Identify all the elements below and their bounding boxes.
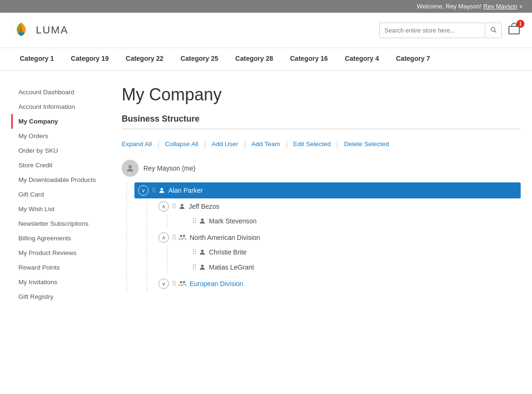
sidebar-link[interactable]: Gift Card (11, 187, 110, 202)
christie-brite-name: Christie Brite (209, 248, 247, 256)
sidebar-link[interactable]: Billing Agreements (11, 231, 110, 246)
mark-stevenson-name: Mark Stevenson (209, 217, 257, 225)
jeff-bezos-drag[interactable]: ⠿ (172, 203, 175, 210)
jeff-bezos-toggle[interactable]: ∧ (158, 201, 169, 212)
sidebar-item: My Invitations (11, 275, 110, 289)
svg-point-12 (180, 281, 183, 284)
nav-item: Category 1 (11, 48, 62, 70)
header-right: 1 (379, 23, 521, 38)
nav-link[interactable]: Category 4 (336, 48, 387, 70)
svg-point-4 (129, 165, 132, 168)
toolbar-sep-2: | (203, 140, 207, 148)
svg-point-11 (201, 265, 203, 267)
main-nav: Category 1Category 19Category 22Category… (0, 48, 532, 71)
user-silhouette-icon (125, 164, 135, 173)
toolbar-sep-5: | (335, 140, 339, 148)
edit-selected-button[interactable]: Edit Selected (289, 138, 336, 150)
username-link[interactable]: Rey Mayson (483, 3, 517, 10)
level-1-children: ∨ ⠿ Alan Parker ∧ (126, 182, 521, 292)
sidebar-item: Gift Registry (11, 289, 110, 304)
north-american-drag[interactable]: ⠿ (172, 234, 175, 241)
svg-point-7 (201, 219, 203, 221)
svg-point-13 (183, 281, 185, 284)
sidebar-link[interactable]: Order by SKU (11, 143, 110, 158)
matias-legrant-row[interactable]: ⠿ Matias LeGrant (175, 261, 521, 274)
sidebar-item: Store Credit (11, 158, 110, 172)
matias-legrant-drag[interactable]: ⠿ (192, 263, 196, 271)
jeff-bezos-user-icon (178, 203, 186, 210)
matias-legrant-user-icon (199, 263, 206, 271)
north-american-row[interactable]: ∧ ⠿ North American Division (155, 230, 521, 246)
nav-item: Category 28 (227, 48, 282, 70)
search-icon (490, 26, 497, 33)
sidebar-link[interactable]: My Product Reviews (11, 246, 110, 260)
toolbar-sep-1: | (157, 140, 160, 148)
toolbar-sep-4: | (285, 140, 289, 148)
tree-node-alan-parker: ∨ ⠿ Alan Parker ∧ (134, 182, 521, 292)
page-title: My Company (122, 85, 521, 105)
european-toggle[interactable]: ∨ (158, 279, 169, 289)
european-drag[interactable]: ⠿ (172, 280, 175, 287)
christie-brite-drag[interactable]: ⠿ (192, 248, 196, 256)
nav-link[interactable]: Category 19 (62, 48, 117, 70)
delete-selected-button[interactable]: Delete Selected (340, 138, 394, 150)
sidebar-link[interactable]: My Orders (11, 129, 110, 143)
mark-stevenson-drag[interactable]: ⠿ (192, 217, 196, 225)
company-tree: Rey Mayson (me) ∨ ⠿ Alan Parker (122, 160, 521, 292)
nav-link[interactable]: Category 1 (11, 48, 62, 70)
sidebar-item: Reward Points (11, 260, 110, 275)
add-team-button[interactable]: Add Team (247, 138, 285, 150)
european-row[interactable]: ∨ ⠿ European Division (155, 276, 521, 292)
sidebar-link[interactable]: My Invitations (11, 275, 110, 289)
sidebar-item: Newsletter Subscriptions (11, 216, 110, 231)
section-title: Business Structure (122, 114, 521, 129)
sidebar-item: Order by SKU (11, 143, 110, 158)
alan-parker-row[interactable]: ∨ ⠿ Alan Parker (134, 182, 521, 198)
alan-parker-drag[interactable]: ⠿ (151, 187, 155, 194)
nav-link[interactable]: Category 22 (117, 48, 172, 70)
sidebar-link[interactable]: Account Dashboard (11, 85, 110, 99)
add-user-button[interactable]: Add User (207, 138, 243, 150)
jeff-bezos-row[interactable]: ∧ ⠿ Jeff Bezos (155, 198, 521, 214)
nav-item: Category 25 (172, 48, 227, 70)
main-content: My Company Business Structure Expand All… (122, 85, 521, 339)
welcome-text: Welcome, Rey Mayson! (417, 3, 482, 10)
expand-all-button[interactable]: Expand All (122, 138, 157, 150)
sidebar-link[interactable]: My Wish List (11, 202, 110, 216)
christie-brite-row[interactable]: ⠿ Christie Brite (175, 246, 521, 259)
sidebar-link[interactable]: Newsletter Subscriptions (11, 216, 110, 231)
search-button[interactable] (485, 23, 501, 38)
mark-stevenson-row[interactable]: ⠿ Mark Stevenson (175, 214, 521, 228)
nav-link[interactable]: Category 7 (388, 48, 439, 70)
tree-node-matias-legrant: ⠿ Matias LeGrant (175, 261, 521, 274)
matias-legrant-name: Matias LeGrant (209, 263, 254, 271)
nav-link[interactable]: Category 25 (172, 48, 227, 70)
tree-node-european: ∨ ⠿ European Division (155, 276, 521, 292)
root-avatar (122, 160, 139, 177)
european-name: European Division (190, 280, 243, 287)
svg-point-8 (180, 235, 183, 238)
sidebar-link[interactable]: Account Information (11, 99, 110, 114)
sidebar-link[interactable]: Reward Points (11, 260, 110, 275)
alan-parker-name: Alan Parker (168, 187, 203, 194)
north-american-toggle[interactable]: ∧ (158, 232, 169, 243)
nav-link[interactable]: Category 16 (282, 48, 336, 70)
sidebar-link[interactable]: My Downloadable Products (11, 172, 110, 187)
sidebar-item: My Downloadable Products (11, 172, 110, 187)
tree-node-jeff-bezos: ∧ ⠿ Jeff Bezos (155, 198, 521, 228)
logo[interactable]: LUMA (11, 20, 68, 40)
sidebar-link[interactable]: Store Credit (11, 158, 110, 172)
nav-link[interactable]: Category 28 (227, 48, 282, 70)
svg-point-1 (491, 27, 495, 31)
sidebar: Account DashboardAccount InformationMy C… (11, 85, 110, 339)
svg-point-9 (183, 235, 185, 238)
nav-item: Category 19 (62, 48, 117, 70)
sidebar-link[interactable]: Gift Registry (11, 289, 110, 304)
sidebar-link[interactable]: My Company (11, 114, 110, 129)
alan-parker-toggle[interactable]: ∨ (138, 185, 149, 196)
toolbar-sep-3: | (243, 140, 247, 148)
collapse-all-button[interactable]: Collapse All (160, 138, 203, 150)
north-american-team-icon (178, 234, 187, 241)
cart-icon[interactable]: 1 (507, 23, 521, 38)
search-input[interactable] (380, 24, 485, 37)
